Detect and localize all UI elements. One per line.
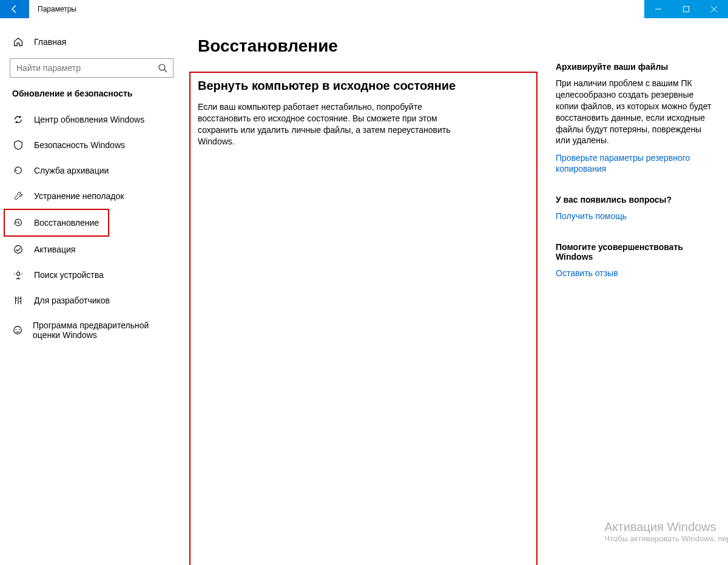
reset-description: Если ваш компьютер работает нестабильно,… — [198, 101, 465, 565]
watermark-title: Активация Windows — [604, 520, 728, 534]
question-block: У вас появились вопросы? Получить помощь — [556, 195, 713, 222]
sidebar-item-developers[interactable]: Для разработчиков — [7, 288, 176, 313]
right-panel: Архивируйте ваши файлы При наличии пробл… — [556, 36, 713, 565]
close-button[interactable] — [700, 0, 728, 18]
feedback-link[interactable]: Оставить отзыв — [556, 268, 618, 278]
sidebar-item-label: Устранение неполадок — [34, 191, 124, 201]
svg-point-8 — [19, 329, 20, 330]
maximize-icon — [683, 6, 689, 12]
search-icon — [157, 63, 168, 73]
search-input[interactable] — [16, 63, 157, 73]
svg-point-2 — [159, 64, 165, 70]
sidebar-item-troubleshoot[interactable]: Устранение неполадок — [7, 183, 176, 209]
sidebar-item-label: Центр обновления Windows — [34, 115, 144, 124]
backup-tip-block: Архивируйте ваши файлы При наличии пробл… — [556, 62, 713, 174]
location-icon — [12, 269, 24, 280]
backup-tip-body: При наличии проблем с вашим ПК целесообр… — [556, 78, 713, 146]
sidebar-item-label: Восстановление — [34, 218, 99, 228]
arrow-left-icon — [10, 4, 19, 14]
sidebar-item-backup[interactable]: Служба архивации — [7, 158, 176, 183]
minimize-button[interactable] — [644, 0, 672, 18]
reset-heading: Вернуть компьютер в исходное состояние — [198, 79, 528, 93]
sidebar-item-activation[interactable]: Активация — [7, 237, 176, 262]
close-icon — [711, 6, 717, 12]
svg-rect-1 — [684, 7, 689, 12]
svg-line-3 — [164, 70, 167, 72]
sync-icon — [12, 114, 24, 125]
insider-icon — [12, 325, 23, 336]
reset-pc-section: Вернуть компьютер в исходное состояние Е… — [189, 72, 538, 565]
wrench-icon — [12, 191, 24, 201]
svg-point-7 — [15, 329, 16, 330]
shield-icon — [12, 140, 24, 151]
sidebar-item-label: Программа предварительной оценки Windows — [33, 320, 171, 340]
sidebar: Главная Обновление и безопасность Центр … — [0, 18, 183, 565]
backup-icon — [12, 165, 24, 176]
sidebar-item-insider[interactable]: Программа предварительной оценки Windows — [7, 313, 176, 347]
search-input-container[interactable] — [10, 58, 174, 78]
main: Восстановление Вернуть компьютер в исход… — [183, 18, 728, 565]
watermark-subtitle: Чтобы активировать Windows, пере — [604, 534, 728, 543]
svg-point-4 — [15, 246, 22, 254]
sidebar-home[interactable]: Главная — [7, 30, 176, 53]
sidebar-item-find-device[interactable]: Поиск устройства — [7, 262, 176, 288]
sidebar-home-label: Главная — [34, 37, 66, 47]
window-title: Параметры — [29, 0, 76, 18]
window-controls — [644, 0, 728, 18]
sidebar-item-label: Служба архивации — [34, 166, 109, 175]
page-title: Восстановление — [198, 36, 538, 56]
svg-point-5 — [16, 272, 19, 276]
minimize-icon — [655, 6, 661, 12]
home-icon — [12, 36, 24, 47]
content: Восстановление Вернуть компьютер в исход… — [198, 36, 538, 565]
svg-point-6 — [14, 326, 22, 334]
sidebar-item-label: Активация — [34, 245, 75, 254]
maximize-button[interactable] — [672, 0, 700, 18]
feedback-block: Помогите усовершенствовать Windows Остав… — [556, 242, 713, 279]
developer-icon — [12, 295, 24, 306]
sidebar-section-title: Обновление и безопасность — [7, 89, 176, 107]
question-heading: У вас появились вопросы? — [556, 195, 713, 205]
sidebar-item-label: Поиск устройства — [34, 270, 104, 280]
history-icon — [12, 217, 24, 228]
backup-tip-heading: Архивируйте ваши файлы — [556, 62, 713, 72]
get-help-link[interactable]: Получить помощь — [556, 211, 627, 221]
titlebar: Параметры — [0, 0, 728, 18]
feedback-heading: Помогите усовершенствовать Windows — [556, 242, 713, 262]
sidebar-item-windows-update[interactable]: Центр обновления Windows — [7, 107, 176, 132]
sidebar-nav: Центр обновления Windows Безопасность Wi… — [7, 107, 176, 347]
activation-watermark: Активация Windows Чтобы активировать Win… — [604, 520, 728, 543]
sidebar-item-security[interactable]: Безопасность Windows — [7, 132, 176, 158]
sidebar-item-recovery[interactable]: Восстановление — [4, 209, 109, 237]
backup-settings-link[interactable]: Проверьте параметры резервного копирован… — [556, 153, 690, 174]
sidebar-item-label: Безопасность Windows — [34, 140, 125, 150]
sidebar-item-label: Для разработчиков — [34, 296, 110, 305]
check-circle-icon — [12, 244, 24, 255]
back-button[interactable] — [0, 0, 29, 18]
